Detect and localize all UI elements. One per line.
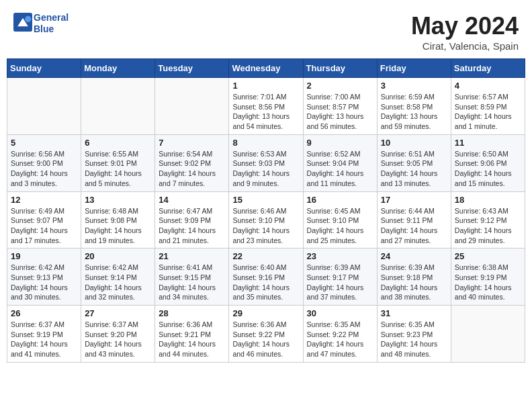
weekday-header-thursday: Thursday	[303, 59, 377, 78]
weekday-header-wednesday: Wednesday	[229, 59, 303, 78]
day-info: Sunrise: 6:56 AM Sunset: 9:00 PM Dayligh…	[11, 149, 77, 189]
day-cell: 9Sunrise: 6:52 AM Sunset: 9:04 PM Daylig…	[303, 134, 377, 191]
weekday-header-saturday: Saturday	[451, 59, 525, 78]
day-cell: 26Sunrise: 6:37 AM Sunset: 9:19 PM Dayli…	[7, 306, 81, 363]
week-row-3: 12Sunrise: 6:49 AM Sunset: 9:07 PM Dayli…	[7, 191, 525, 248]
day-number: 12	[11, 195, 77, 205]
day-info: Sunrise: 6:38 AM Sunset: 9:19 PM Dayligh…	[455, 263, 521, 302]
weekday-header-sunday: Sunday	[7, 59, 81, 78]
day-number: 7	[159, 138, 225, 148]
day-number: 26	[11, 308, 77, 318]
day-number: 16	[307, 195, 373, 205]
day-number: 14	[159, 195, 225, 205]
day-cell: 30Sunrise: 6:35 AM Sunset: 9:22 PM Dayli…	[303, 306, 377, 363]
logo-icon	[13, 13, 32, 32]
day-number: 21	[159, 251, 225, 261]
day-cell: 20Sunrise: 6:42 AM Sunset: 9:14 PM Dayli…	[81, 248, 155, 306]
day-number: 31	[381, 308, 447, 318]
day-cell: 8Sunrise: 6:53 AM Sunset: 9:03 PM Daylig…	[229, 134, 303, 191]
day-cell: 18Sunrise: 6:43 AM Sunset: 9:12 PM Dayli…	[451, 191, 525, 248]
day-number: 27	[85, 308, 151, 318]
day-number: 19	[11, 251, 77, 261]
weekday-header-monday: Monday	[81, 59, 155, 78]
day-cell: 17Sunrise: 6:44 AM Sunset: 9:11 PM Dayli…	[377, 191, 451, 248]
day-number: 2	[307, 81, 373, 91]
day-cell: 19Sunrise: 6:42 AM Sunset: 9:13 PM Dayli…	[7, 248, 81, 306]
day-number: 15	[232, 195, 299, 205]
day-number: 6	[85, 138, 151, 148]
logo-line2: Blue	[34, 24, 69, 35]
day-cell: 16Sunrise: 6:45 AM Sunset: 9:10 PM Dayli…	[303, 191, 377, 248]
day-cell: 24Sunrise: 6:39 AM Sunset: 9:18 PM Dayli…	[377, 248, 451, 306]
day-info: Sunrise: 6:42 AM Sunset: 9:14 PM Dayligh…	[85, 263, 151, 302]
header: General Blue May 2024 Cirat, Valencia, S…	[7, 7, 525, 54]
day-cell: 2Sunrise: 7:00 AM Sunset: 8:57 PM Daylig…	[303, 78, 377, 135]
month-title: May 2024	[411, 12, 519, 40]
day-info: Sunrise: 6:39 AM Sunset: 9:18 PM Dayligh…	[381, 263, 447, 302]
day-info: Sunrise: 6:35 AM Sunset: 9:23 PM Dayligh…	[381, 320, 447, 359]
day-number: 20	[85, 251, 151, 261]
day-cell	[7, 78, 81, 135]
day-cell: 27Sunrise: 6:37 AM Sunset: 9:20 PM Dayli…	[81, 306, 155, 363]
day-number: 4	[455, 81, 521, 91]
day-number: 28	[159, 308, 225, 318]
day-number: 18	[455, 195, 521, 205]
day-info: Sunrise: 7:00 AM Sunset: 8:57 PM Dayligh…	[307, 92, 373, 132]
day-cell	[155, 78, 229, 135]
day-number: 29	[232, 308, 299, 318]
day-cell: 1Sunrise: 7:01 AM Sunset: 8:56 PM Daylig…	[229, 78, 303, 135]
day-cell: 7Sunrise: 6:54 AM Sunset: 9:02 PM Daylig…	[155, 134, 229, 191]
calendar-body: 1Sunrise: 7:01 AM Sunset: 8:56 PM Daylig…	[7, 78, 525, 363]
location: Cirat, Valencia, Spain	[411, 40, 519, 52]
day-info: Sunrise: 6:36 AM Sunset: 9:22 PM Dayligh…	[232, 320, 299, 359]
day-number: 9	[307, 138, 373, 148]
day-info: Sunrise: 6:48 AM Sunset: 9:08 PM Dayligh…	[85, 206, 151, 246]
day-cell	[451, 306, 525, 363]
day-cell: 5Sunrise: 6:56 AM Sunset: 9:00 PM Daylig…	[7, 134, 81, 191]
day-number: 10	[381, 138, 447, 148]
day-cell: 12Sunrise: 6:49 AM Sunset: 9:07 PM Dayli…	[7, 191, 81, 248]
day-cell: 6Sunrise: 6:55 AM Sunset: 9:01 PM Daylig…	[81, 134, 155, 191]
day-number: 17	[381, 195, 447, 205]
day-info: Sunrise: 6:55 AM Sunset: 9:01 PM Dayligh…	[85, 149, 151, 189]
day-number: 11	[455, 138, 521, 148]
day-info: Sunrise: 6:35 AM Sunset: 9:22 PM Dayligh…	[307, 320, 373, 359]
day-cell: 3Sunrise: 6:59 AM Sunset: 8:58 PM Daylig…	[377, 78, 451, 135]
day-info: Sunrise: 6:49 AM Sunset: 9:07 PM Dayligh…	[11, 206, 77, 246]
day-cell: 21Sunrise: 6:41 AM Sunset: 9:15 PM Dayli…	[155, 248, 229, 306]
day-cell: 25Sunrise: 6:38 AM Sunset: 9:19 PM Dayli…	[451, 248, 525, 306]
weekday-header: SundayMondayTuesdayWednesdayThursdayFrid…	[7, 59, 525, 78]
day-number: 3	[381, 81, 447, 91]
day-info: Sunrise: 6:57 AM Sunset: 8:59 PM Dayligh…	[455, 92, 521, 132]
day-number: 13	[85, 195, 151, 205]
day-info: Sunrise: 6:40 AM Sunset: 9:16 PM Dayligh…	[232, 263, 299, 302]
day-cell: 29Sunrise: 6:36 AM Sunset: 9:22 PM Dayli…	[229, 306, 303, 363]
day-number: 22	[232, 251, 299, 261]
day-info: Sunrise: 6:43 AM Sunset: 9:12 PM Dayligh…	[455, 206, 521, 246]
day-info: Sunrise: 6:37 AM Sunset: 9:20 PM Dayligh…	[85, 320, 151, 359]
day-info: Sunrise: 6:41 AM Sunset: 9:15 PM Dayligh…	[159, 263, 225, 302]
day-cell: 14Sunrise: 6:47 AM Sunset: 9:09 PM Dayli…	[155, 191, 229, 248]
weekday-header-friday: Friday	[377, 59, 451, 78]
day-number: 5	[11, 138, 77, 148]
day-info: Sunrise: 6:53 AM Sunset: 9:03 PM Dayligh…	[232, 149, 299, 189]
day-info: Sunrise: 6:52 AM Sunset: 9:04 PM Dayligh…	[307, 149, 373, 189]
logo-line1: General	[34, 12, 69, 24]
day-info: Sunrise: 6:39 AM Sunset: 9:17 PM Dayligh…	[307, 263, 373, 302]
week-row-4: 19Sunrise: 6:42 AM Sunset: 9:13 PM Dayli…	[7, 248, 525, 306]
title-area: May 2024 Cirat, Valencia, Spain	[411, 12, 519, 52]
week-row-2: 5Sunrise: 6:56 AM Sunset: 9:00 PM Daylig…	[7, 134, 525, 191]
day-info: Sunrise: 6:42 AM Sunset: 9:13 PM Dayligh…	[11, 263, 77, 302]
day-cell: 4Sunrise: 6:57 AM Sunset: 8:59 PM Daylig…	[451, 78, 525, 135]
day-cell: 23Sunrise: 6:39 AM Sunset: 9:17 PM Dayli…	[303, 248, 377, 306]
week-row-1: 1Sunrise: 7:01 AM Sunset: 8:56 PM Daylig…	[7, 78, 525, 135]
day-number: 30	[307, 308, 373, 318]
day-cell: 22Sunrise: 6:40 AM Sunset: 9:16 PM Dayli…	[229, 248, 303, 306]
day-info: Sunrise: 6:50 AM Sunset: 9:06 PM Dayligh…	[455, 149, 521, 189]
calendar: SundayMondayTuesdayWednesdayThursdayFrid…	[7, 58, 525, 363]
day-info: Sunrise: 6:51 AM Sunset: 9:05 PM Dayligh…	[381, 149, 447, 189]
day-info: Sunrise: 7:01 AM Sunset: 8:56 PM Dayligh…	[232, 92, 299, 132]
day-info: Sunrise: 6:45 AM Sunset: 9:10 PM Dayligh…	[307, 206, 373, 246]
day-cell: 15Sunrise: 6:46 AM Sunset: 9:10 PM Dayli…	[229, 191, 303, 248]
day-cell: 28Sunrise: 6:36 AM Sunset: 9:21 PM Dayli…	[155, 306, 229, 363]
